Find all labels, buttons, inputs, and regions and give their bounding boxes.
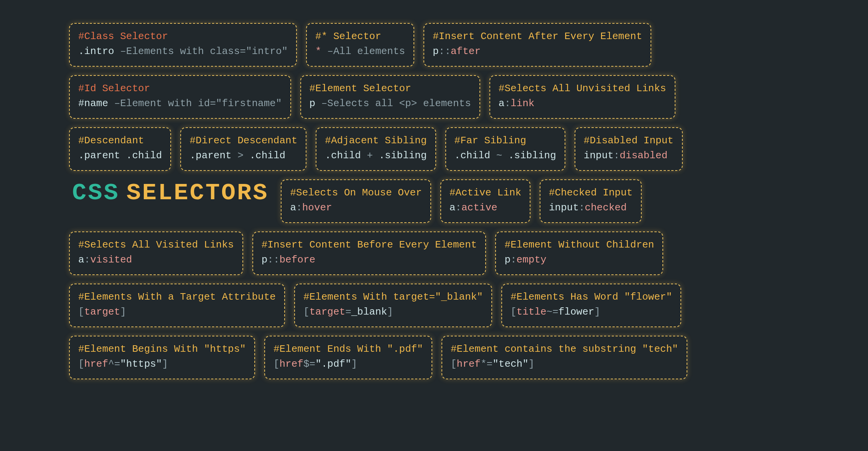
- card-title: #Element Without Children: [504, 238, 654, 253]
- code-segment: [114, 46, 120, 57]
- code-segment: :: [296, 202, 302, 213]
- card-title: #Element Ends With ".pdf": [273, 342, 423, 357]
- selector-card: #Checked Inputinput:checked: [540, 179, 642, 223]
- card-title: #Disabled Input: [584, 133, 674, 148]
- card-body: * –All elements: [315, 44, 405, 59]
- code-segment: ~=: [547, 306, 558, 318]
- code-segment: after: [451, 46, 481, 57]
- card-body: .intro –Elements with class="intro": [78, 44, 288, 59]
- selector-row: #Id Selector#name –Element with id="firs…: [69, 75, 799, 119]
- code-segment: ]: [529, 358, 535, 370]
- code-segment: .child: [244, 150, 285, 161]
- card-title: #Checked Input: [549, 185, 632, 200]
- code-segment: ]: [120, 306, 126, 318]
- selector-card: #Element Selectorp –Selects all <p> elem…: [300, 75, 480, 119]
- code-segment: input: [584, 150, 614, 161]
- code-segment: [321, 46, 328, 57]
- code-segment: ".pdf": [315, 358, 351, 370]
- card-title: #Id Selector: [78, 81, 282, 96]
- code-segment: href: [457, 358, 481, 370]
- card-title: #Selects All Unvisited Links: [499, 81, 666, 96]
- code-segment: ]: [594, 306, 600, 318]
- card-body: p:empty: [504, 253, 654, 267]
- code-segment: p: [310, 98, 316, 109]
- code-segment: :: [579, 202, 585, 213]
- code-segment: checked: [585, 202, 627, 213]
- selector-row: #Class Selector.intro –Elements with cla…: [69, 23, 799, 67]
- code-segment: before: [280, 254, 316, 266]
- selector-row: #Element Begins With "https"[href^="http…: [69, 336, 799, 379]
- hero-selectors: SELECTORS: [127, 179, 269, 207]
- code-segment: :: [504, 98, 511, 109]
- selector-row: #Descendant.parent .child#Direct Descend…: [69, 127, 799, 171]
- code-segment: flower: [558, 306, 595, 318]
- selector-card: #Far Sibling.child ~ .sibling: [445, 127, 565, 171]
- card-body: a:active: [450, 200, 521, 215]
- code-segment: :: [455, 202, 461, 213]
- card-title: #Element Selector: [310, 81, 471, 96]
- code-segment: link: [511, 98, 534, 109]
- card-body: #name –Element with id="firstname": [78, 96, 282, 111]
- selector-card: #Id Selector#name –Element with id="firs…: [69, 75, 291, 119]
- selector-row: #Elements With a Target Attribute[target…: [69, 284, 799, 327]
- card-title: #* Selector: [315, 29, 405, 44]
- card-body: a:hover: [290, 200, 422, 215]
- selector-row: #Selects All Visited Linksa:visited#Inse…: [69, 231, 799, 275]
- selector-card: #Descendant.parent .child: [69, 127, 171, 171]
- code-segment: .intro: [78, 46, 114, 57]
- selector-card: #Element Begins With "https"[href^="http…: [69, 336, 255, 379]
- card-title: #Elements With a Target Attribute: [78, 290, 276, 305]
- code-segment: hover: [302, 202, 332, 213]
- selector-card: #Selects All Visited Linksa:visited: [69, 231, 243, 275]
- code-segment: [: [511, 306, 517, 318]
- selector-card: #Class Selector.intro –Elements with cla…: [69, 23, 297, 67]
- code-segment: a: [499, 98, 505, 109]
- card-title: #Far Sibling: [455, 133, 556, 148]
- code-segment: #name: [78, 98, 108, 109]
- code-segment: target: [310, 306, 346, 318]
- hero-title: CSSSELECTORS: [69, 179, 272, 207]
- code-segment: ]: [162, 358, 168, 370]
- code-segment: [108, 98, 114, 109]
- card-title: #Selects On Mouse Over: [290, 185, 422, 200]
- hero-css: CSS: [72, 179, 120, 207]
- card-title: #Element Begins With "https": [78, 342, 246, 357]
- card-body: [title~=flower]: [511, 305, 672, 320]
- code-segment: [: [273, 358, 280, 370]
- card-body: p::after: [433, 44, 642, 59]
- code-segment: *=: [481, 358, 492, 370]
- card-title: #Selects All Visited Links: [78, 238, 234, 253]
- selector-card: #Insert Content Before Every Elementp::b…: [252, 231, 486, 275]
- code-segment: –Selects all <p> elements: [321, 98, 471, 109]
- code-segment: title: [517, 306, 547, 318]
- card-body: input:checked: [549, 200, 632, 215]
- card-body: p::before: [262, 253, 477, 267]
- card-body: [href^="https"]: [78, 357, 246, 372]
- code-segment: "https": [120, 358, 162, 370]
- code-segment: ^=: [108, 358, 120, 370]
- code-segment: ]: [351, 358, 357, 370]
- code-segment: ::: [267, 254, 279, 266]
- code-segment: a: [450, 202, 456, 213]
- selector-card: #Active Linka:active: [440, 179, 530, 223]
- card-title: #Active Link: [450, 185, 521, 200]
- code-segment: –All elements: [327, 46, 405, 57]
- code-segment: $=: [303, 358, 315, 370]
- selector-card: #Elements With target="_blank"[target=_b…: [294, 284, 492, 327]
- card-title: #Direct Descendant: [189, 133, 297, 148]
- code-segment: input: [549, 202, 579, 213]
- selector-card: #Insert Content After Every Elementp::af…: [423, 23, 651, 67]
- selector-card: #* Selector* –All elements: [306, 23, 414, 67]
- code-segment: >: [237, 150, 244, 161]
- selector-row: CSSSELECTORS#Selects On Mouse Overa:hove…: [69, 179, 799, 223]
- selector-card: #Element Ends With ".pdf"[href$=".pdf"]: [264, 336, 432, 379]
- card-body: .parent > .child: [189, 148, 297, 163]
- code-segment: –Element with id="firstname": [114, 98, 282, 109]
- code-segment: active: [461, 202, 497, 213]
- card-title: #Class Selector: [78, 29, 288, 44]
- code-segment: :: [511, 254, 517, 266]
- code-segment: empty: [517, 254, 547, 266]
- code-segment: p: [504, 254, 511, 266]
- card-body: a:visited: [78, 253, 234, 267]
- code-segment: target: [84, 306, 120, 318]
